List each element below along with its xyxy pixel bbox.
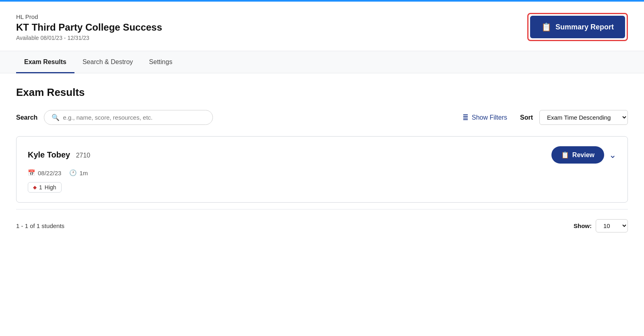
expand-button[interactable]: ⌄ <box>609 150 616 160</box>
nav-tabs: Exam Results Search & Destroy Settings <box>0 51 644 73</box>
date-range: Available 08/01/23 - 12/31/23 <box>16 35 162 41</box>
tag-list: ◆ 1 High <box>28 182 616 193</box>
search-input-wrapper: 🔍 <box>44 110 213 125</box>
student-id: 2710 <box>76 152 91 159</box>
tag-count: 1 <box>39 184 42 191</box>
pagination-row: 1 - 1 of 1 students Show: 10 25 50 100 <box>16 219 628 232</box>
show-row: Show: 10 25 50 100 <box>574 219 628 232</box>
show-filters-label: Show Filters <box>472 114 507 121</box>
card-actions: 📋 Review ⌄ <box>551 146 616 164</box>
review-label: Review <box>572 151 594 159</box>
course-title: KT Third Party College Success <box>16 22 162 33</box>
sort-select[interactable]: Exam Time Descending Exam Time Ascending… <box>539 110 628 125</box>
exam-date: 08/22/23 <box>38 170 61 176</box>
tab-exam-results[interactable]: Exam Results <box>16 51 74 73</box>
duration-meta: 🕐 1m <box>69 169 88 176</box>
review-icon: 📋 <box>561 151 569 159</box>
search-row: Search 🔍 ≣ Show Filters Sort Exam Time D… <box>16 110 628 125</box>
exam-duration: 1m <box>79 170 88 176</box>
filter-icon: ≣ <box>462 113 469 122</box>
review-button[interactable]: 📋 Review <box>551 146 604 164</box>
tag-level: High <box>45 184 56 191</box>
summary-report-btn-wrapper: 📋 Summary Report <box>527 13 628 41</box>
results-list: Kyle Tobey 2710 📋 Review ⌄ 📅 08/22/23 <box>16 136 628 203</box>
card-meta: 📅 08/22/23 🕐 1m <box>28 169 616 176</box>
tab-settings[interactable]: Settings <box>141 51 180 73</box>
student-name: Kyle Tobey <box>28 150 70 159</box>
show-select[interactable]: 10 25 50 100 <box>596 219 628 232</box>
date-meta: 📅 08/22/23 <box>28 169 61 176</box>
divider <box>16 209 628 209</box>
high-risk-tag: ◆ 1 High <box>28 182 62 193</box>
sort-label: Sort <box>520 114 533 121</box>
org-name: HL Prod <box>16 13 162 20</box>
section-title: Exam Results <box>16 86 628 99</box>
summary-report-button[interactable]: 📋 Summary Report <box>530 16 625 38</box>
show-label: Show: <box>574 222 592 229</box>
clock-icon: 🕐 <box>69 169 77 176</box>
table-row: Kyle Tobey 2710 📋 Review ⌄ 📅 08/22/23 <box>16 136 628 203</box>
main-content: Exam Results Search 🔍 ≣ Show Filters Sor… <box>0 73 644 245</box>
search-icon: 🔍 <box>52 114 60 121</box>
student-info: Kyle Tobey 2710 <box>28 150 90 160</box>
card-header: Kyle Tobey 2710 📋 Review ⌄ <box>28 146 616 164</box>
search-input[interactable] <box>63 114 205 121</box>
diamond-icon: ◆ <box>33 185 37 190</box>
chevron-down-icon: ⌄ <box>609 150 616 160</box>
search-label: Search <box>16 114 37 121</box>
pagination-info: 1 - 1 of 1 students <box>16 222 64 229</box>
calendar-icon: 📅 <box>28 169 35 176</box>
tab-search-destroy[interactable]: Search & Destroy <box>74 51 141 73</box>
page-header: HL Prod KT Third Party College Success A… <box>0 2 644 51</box>
header-info: HL Prod KT Third Party College Success A… <box>16 13 162 41</box>
report-icon: 📋 <box>541 22 551 32</box>
summary-report-label: Summary Report <box>555 23 614 31</box>
show-filters-button[interactable]: ≣ Show Filters <box>462 113 507 122</box>
